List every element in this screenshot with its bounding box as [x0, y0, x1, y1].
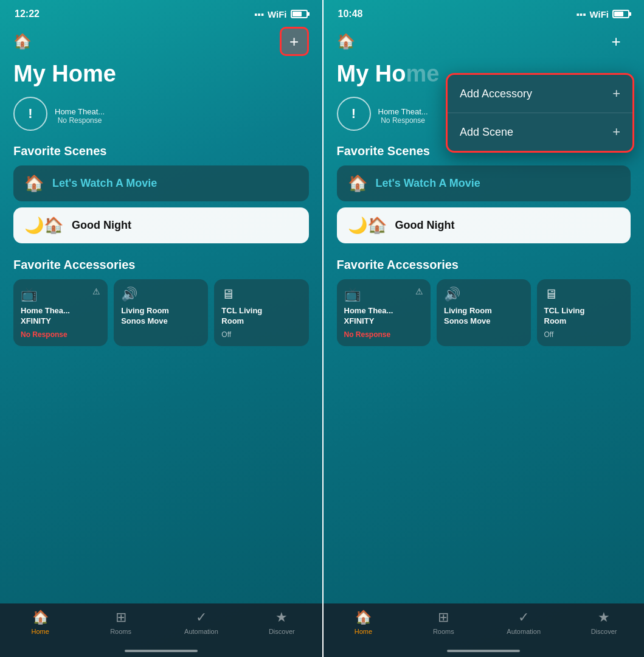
status-icons-right: ▪▪▪ WiFi: [576, 9, 629, 19]
time-right: 10:48: [338, 9, 363, 19]
warning-circle-right: !: [337, 97, 371, 131]
tab-bar-right: 🏠 Home ⊞ Rooms ✓ Automation ★ Discover: [324, 603, 645, 657]
tab-rooms-icon-left: ⊞: [116, 610, 126, 625]
acc-status-tcl-left: Off: [221, 330, 301, 339]
scene-name-movie-left: Let's Watch A Movie: [52, 177, 157, 190]
scenes-list-right: 🏠 Let's Watch A Movie 🌙🏠 Good Night: [324, 165, 645, 243]
tv-icon-left: 📺: [21, 287, 37, 302]
scene-good-night-right[interactable]: 🌙🏠 Good Night: [337, 207, 631, 243]
acc-name-sonos-left: Living RoomSonos Move: [121, 306, 201, 327]
tab-home-icon-right: 🏠: [355, 610, 372, 625]
accessory-sonos-right[interactable]: 🔊 Living RoomSonos Move: [437, 279, 531, 346]
tab-rooms-label-left: Rooms: [110, 628, 131, 635]
tab-rooms-label-right: Rooms: [433, 628, 454, 635]
acc-status-tcl-right: Off: [544, 330, 624, 339]
speaker-icon-right: 🔊: [444, 287, 524, 302]
add-accessory-item[interactable]: Add Accessory +: [448, 75, 632, 113]
add-scene-icon: +: [612, 124, 620, 140]
tab-automation-icon-right: ✓: [518, 610, 529, 625]
tab-home-label-right: Home: [355, 628, 372, 635]
tab-discover-icon-right: ★: [598, 610, 610, 625]
tab-rooms-icon-right: ⊞: [438, 610, 449, 625]
accessory-sonos-left[interactable]: 🔊 Living RoomSonos Move: [114, 279, 208, 346]
tab-automation-left[interactable]: ✓ Automation: [161, 610, 241, 635]
scene-icon-movie-right: 🏠: [348, 174, 367, 193]
device-status-right: No Response: [378, 116, 428, 125]
signal-icon-right: ▪▪▪: [576, 9, 586, 19]
tab-home-label-left: Home: [32, 628, 49, 635]
battery-left: [291, 10, 308, 18]
tab-automation-icon-left: ✓: [196, 610, 207, 625]
device-name-left: Home Theat...: [55, 107, 105, 116]
tab-automation-label-left: Automation: [184, 628, 218, 635]
scene-name-night-right: Good Night: [395, 219, 455, 232]
accessory-tcl-left[interactable]: 🖥 TCL LivingRoom Off: [214, 279, 308, 346]
header-left: 🏠 +: [0, 19, 322, 61]
add-button-right[interactable]: +: [601, 27, 631, 56]
left-screen: 12:22 ▪▪▪ WiFi 🏠 + My Home ! Home Th: [0, 0, 322, 657]
scene-icon-night-left: 🌙🏠: [24, 216, 63, 235]
tab-discover-right[interactable]: ★ Discover: [564, 610, 644, 635]
display-icon-right: 🖥: [544, 287, 624, 302]
add-scene-item[interactable]: Add Scene +: [448, 113, 632, 151]
add-accessory-icon: +: [612, 86, 620, 102]
accessory-home-theater-left[interactable]: 📺 ⚠ Home Thea...XFINITY No Response: [13, 279, 108, 346]
wifi-icon: WiFi: [268, 9, 287, 19]
device-status-left: No Response: [55, 116, 105, 125]
acc-status-theater-right: No Response: [344, 330, 424, 339]
acc-name-theater-right: Home Thea...XFINITY: [344, 306, 424, 327]
acc-name-tcl-left: TCL LivingRoom: [221, 306, 301, 327]
accessories-list-left: 📺 ⚠ Home Thea...XFINITY No Response 🔊 Li…: [0, 279, 322, 346]
scene-watch-movie-left[interactable]: 🏠 Let's Watch A Movie: [13, 165, 309, 201]
scenes-list-left: 🏠 Let's Watch A Movie 🌙🏠 Good Night: [0, 165, 322, 243]
page-title-left: My Home: [0, 61, 322, 97]
acc-name-tcl-right: TCL LivingRoom: [544, 306, 624, 327]
display-icon-left: 🖥: [221, 287, 301, 302]
scene-good-night-left[interactable]: 🌙🏠 Good Night: [13, 207, 309, 243]
speaker-icon-left: 🔊: [121, 287, 201, 302]
status-icons-left: ▪▪▪ WiFi: [254, 9, 307, 19]
status-bar-right: 10:48 ▪▪▪ WiFi: [324, 0, 645, 19]
tab-rooms-right[interactable]: ⊞ Rooms: [403, 610, 483, 635]
wifi-icon-right: WiFi: [589, 9, 609, 19]
accessories-section-title-right: Favorite Accessories: [324, 258, 645, 279]
acc-status-theater-left: No Response: [21, 330, 100, 339]
add-accessory-label: Add Accessory: [460, 88, 532, 100]
accessories-section-title-left: Favorite Accessories: [0, 258, 322, 279]
home-nav-icon-right[interactable]: 🏠: [337, 33, 355, 50]
scene-icon-night-right: 🌙🏠: [348, 216, 387, 235]
right-screen: 10:48 ▪▪▪ WiFi 🏠 + My Home ! Home Th: [322, 0, 645, 657]
home-nav-icon-left[interactable]: 🏠: [13, 33, 32, 50]
time-left: 12:22: [15, 9, 40, 19]
tab-home-right[interactable]: 🏠 Home: [324, 610, 404, 635]
battery-right: [612, 10, 629, 18]
add-scene-label: Add Scene: [460, 126, 513, 139]
dropdown-menu: Add Accessory + Add Scene +: [446, 73, 634, 153]
tab-home-left[interactable]: 🏠 Home: [0, 610, 80, 635]
header-right: 🏠 +: [324, 19, 645, 61]
tab-discover-label-right: Discover: [591, 628, 617, 635]
tab-automation-label-right: Automation: [507, 628, 541, 635]
tab-rooms-left[interactable]: ⊞ Rooms: [80, 610, 161, 635]
acc-name-sonos-right: Living RoomSonos Move: [444, 306, 524, 327]
accessory-home-theater-right[interactable]: 📺 ⚠ Home Thea...XFINITY No Response: [337, 279, 431, 346]
status-bar-left: 12:22 ▪▪▪ WiFi: [0, 0, 322, 19]
home-indicator-right: [447, 650, 520, 652]
scene-name-movie-right: Let's Watch A Movie: [376, 177, 480, 190]
warning-circle-left: !: [13, 97, 47, 131]
accessory-tcl-right[interactable]: 🖥 TCL LivingRoom Off: [537, 279, 631, 346]
add-button-left[interactable]: +: [280, 27, 309, 56]
tab-discover-icon-left: ★: [275, 610, 288, 625]
signal-icon: ▪▪▪: [254, 9, 264, 19]
home-indicator-left: [125, 650, 198, 652]
warning-badge-right: ⚠: [415, 287, 423, 296]
scene-watch-movie-right[interactable]: 🏠 Let's Watch A Movie: [337, 165, 631, 201]
acc-name-theater-left: Home Thea...XFINITY: [21, 306, 100, 327]
tab-bar-left: 🏠 Home ⊞ Rooms ✓ Automation ★ Discover: [0, 603, 322, 657]
tab-discover-left[interactable]: ★ Discover: [241, 610, 322, 635]
warning-badge-left: ⚠: [92, 287, 100, 296]
scene-icon-movie-left: 🏠: [24, 174, 44, 193]
scenes-section-title-left: Favorite Scenes: [0, 144, 322, 165]
tv-icon-right: 📺: [344, 287, 361, 302]
tab-automation-right[interactable]: ✓ Automation: [483, 610, 564, 635]
